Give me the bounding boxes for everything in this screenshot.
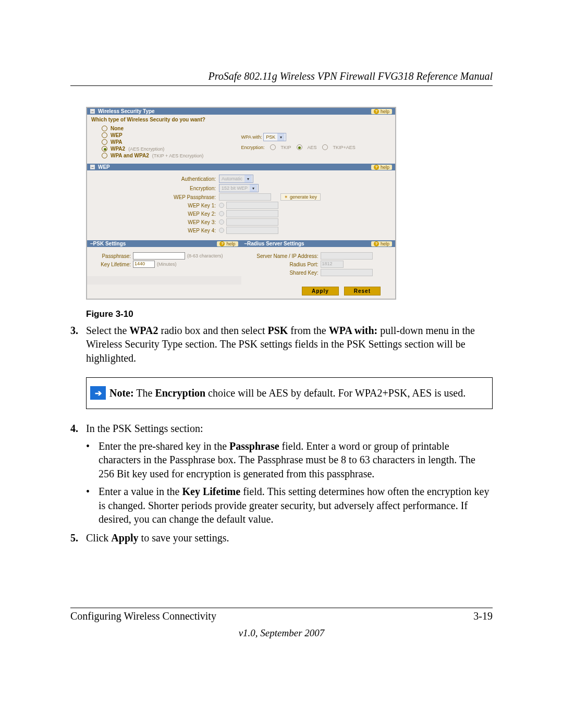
footer-rule — [70, 608, 493, 608]
wst-question: Which type of Wireless Security do you w… — [91, 117, 391, 122]
step-4: 4. In the PSK Settings section: — [70, 422, 493, 435]
psk-section-bar: – PSK Settings ?help — [87, 240, 241, 247]
step-5: 5. Click Apply to save your settings. — [70, 531, 493, 545]
opt-wpa2[interactable]: WPA2(AES Encryption) — [102, 146, 241, 152]
wpa-with-select[interactable]: PSK ▾ — [263, 133, 286, 141]
note-callout: ➔ Note: The Encryption choice will be AE… — [86, 377, 493, 409]
help-label: help — [381, 165, 389, 170]
wep-k1-label: WEP Key 1: — [91, 203, 219, 208]
encryption-row: Encryption: TKIP AES TKIP+AES — [241, 144, 391, 150]
page-number: 3-19 — [473, 610, 493, 622]
wep-k4-label: WEP Key 4: — [91, 228, 219, 233]
help-icon: ? — [219, 241, 225, 246]
wep-k2-radio — [219, 211, 224, 216]
collapse-icon: – — [90, 165, 95, 169]
radius-port-input: 1812 — [321, 261, 344, 268]
radius-port-label: Radius Port: — [246, 262, 319, 267]
help-icon: ? — [374, 165, 379, 170]
radius-section-bar: – Radius Server Settings ?help — [241, 240, 396, 247]
enc-tkip-label: TKIP — [281, 145, 291, 150]
radius-title: Radius Server Settings — [247, 241, 304, 246]
wep-title: WEP — [98, 164, 110, 170]
psk-life-label: Key Lifetime: — [91, 262, 131, 267]
enc-both-radio[interactable] — [322, 144, 328, 150]
enc-aes-radio[interactable] — [297, 144, 302, 150]
step-4-bullet-2: • Enter a value in the Key Lifetime fiel… — [86, 485, 493, 526]
chevron-down-icon: ▾ — [277, 133, 285, 141]
wst-title: Wireless Security Type — [98, 108, 155, 114]
help-badge[interactable]: ?help — [217, 241, 238, 246]
wep-enc-select: 152 bit WEP▾ — [219, 184, 259, 192]
help-badge[interactable]: ?help — [371, 165, 392, 170]
wep-k4-input — [226, 227, 278, 234]
wep-k1-radio — [219, 203, 224, 208]
enc-both-label: TKIP+AES — [333, 145, 356, 150]
opt-wpa-both[interactable]: WPA and WPA2(TKIP + AES Encryption) — [102, 153, 241, 158]
wst-section-bar: – Wireless Security Type ? help — [87, 108, 395, 115]
help-label: help — [381, 109, 389, 114]
opt-wep[interactable]: WEP — [102, 132, 241, 138]
radius-server-input — [321, 252, 373, 260]
wep-k1-input — [226, 202, 278, 209]
wep-k3-label: WEP Key 3: — [91, 219, 219, 225]
psk-pass-input[interactable] — [133, 252, 185, 260]
opt-none[interactable]: None — [102, 126, 241, 131]
wep-auth-label: Authentication: — [91, 176, 219, 182]
apply-button[interactable]: Apply — [302, 287, 339, 295]
note-arrow-icon: ➔ — [90, 386, 106, 400]
wep-k3-radio — [219, 219, 224, 225]
footer-version: v1.0, September 2007 — [70, 627, 493, 639]
wep-pass-input — [219, 193, 271, 201]
wep-k2-input — [226, 210, 278, 217]
psk-title: PSK Settings — [93, 241, 126, 246]
psk-life-hint: (Minutes) — [157, 262, 177, 267]
help-label: help — [381, 241, 389, 246]
chevron-down-icon: ▾ — [244, 175, 252, 182]
help-icon: ? — [374, 109, 379, 114]
help-badge[interactable]: ? help — [371, 109, 392, 114]
chevron-down-icon: ▾ — [250, 184, 257, 192]
generate-key-button[interactable]: ✴generate key — [280, 193, 321, 201]
help-label: help — [226, 241, 235, 246]
wep-pass-label: WEP Passphrase: — [91, 194, 219, 200]
wep-section-bar: – WEP ?help — [87, 164, 395, 170]
psk-pass-hint: (8-63 characters) — [187, 253, 223, 258]
header-rule — [70, 85, 493, 86]
psk-life-input[interactable]: 1440 — [133, 261, 155, 268]
enc-label: Encryption: — [241, 145, 265, 150]
wep-auth-select: Automatic▾ — [219, 175, 253, 183]
wep-k4-radio — [219, 228, 224, 233]
wpa-with-label: WPA with: — [241, 134, 262, 140]
ui-screenshot: – Wireless Security Type ? help Which ty… — [86, 107, 396, 300]
wep-k3-input — [226, 218, 278, 226]
opt-wpa[interactable]: WPA — [102, 139, 241, 145]
gear-icon: ✴ — [284, 194, 288, 200]
footer-row: Configuring Wireless Connectivity 3-19 — [70, 610, 493, 622]
help-icon: ? — [374, 241, 379, 246]
step-4-bullet-1: • Enter the pre-shared key in the Passph… — [86, 439, 493, 480]
help-badge[interactable]: ?help — [371, 241, 392, 246]
collapse-icon: – — [90, 109, 95, 114]
enc-tkip-radio[interactable] — [270, 144, 276, 150]
reset-button[interactable]: Reset — [344, 287, 381, 295]
wep-enc-label: Encryption: — [91, 186, 219, 191]
radius-server-label: Server Name / IP Address: — [246, 253, 319, 259]
figure-caption: Figure 3-10 — [86, 309, 493, 319]
doc-header-title: ProSafe 802.11g Wireless VPN Firewall FV… — [70, 70, 493, 82]
wpa-with-value: PSK — [266, 134, 275, 140]
psk-pass-label: Passphrase: — [91, 253, 131, 259]
step-3: 3. Select the WPA2 radio box and then se… — [70, 324, 493, 365]
radius-key-input — [321, 269, 373, 276]
enc-aes-label: AES — [308, 145, 317, 150]
wep-k2-label: WEP Key 2: — [91, 211, 219, 217]
wpa-with-row: WPA with: PSK ▾ — [241, 133, 391, 141]
radius-key-label: Shared Key: — [246, 270, 319, 276]
footer-section: Configuring Wireless Connectivity — [70, 610, 216, 622]
